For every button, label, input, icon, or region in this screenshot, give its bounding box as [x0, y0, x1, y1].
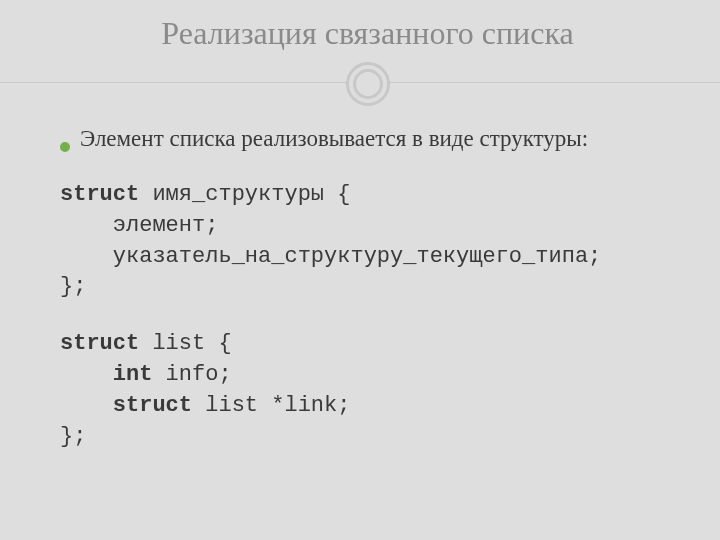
keyword-int: int	[60, 362, 152, 387]
divider-ornament	[60, 60, 675, 108]
bullet-item: Элемент списка реализовывается в виде ст…	[60, 126, 675, 152]
slide: Реализация связанного списка Элемент спи…	[0, 0, 720, 540]
ring-inner-icon	[353, 69, 383, 99]
code-text: указатель_на_структуру_текущего_типа;	[60, 244, 601, 269]
code-text: элемент;	[60, 213, 218, 238]
slide-title: Реализация связанного списка	[60, 15, 675, 52]
code-text: list {	[139, 331, 231, 356]
bullet-icon	[60, 142, 70, 152]
keyword-struct: struct	[60, 182, 139, 207]
code-text: list *link;	[192, 393, 350, 418]
code-text: };	[60, 424, 86, 449]
keyword-struct: struct	[60, 393, 192, 418]
keyword-struct: struct	[60, 331, 139, 356]
code-block-1: struct имя_структуры { элемент; указател…	[60, 180, 675, 303]
code-text: };	[60, 274, 86, 299]
code-block-2: struct list { int info; struct list *lin…	[60, 329, 675, 452]
bullet-text: Элемент списка реализовывается в виде ст…	[80, 126, 588, 152]
code-text: info;	[152, 362, 231, 387]
code-text: имя_структуры {	[139, 182, 350, 207]
